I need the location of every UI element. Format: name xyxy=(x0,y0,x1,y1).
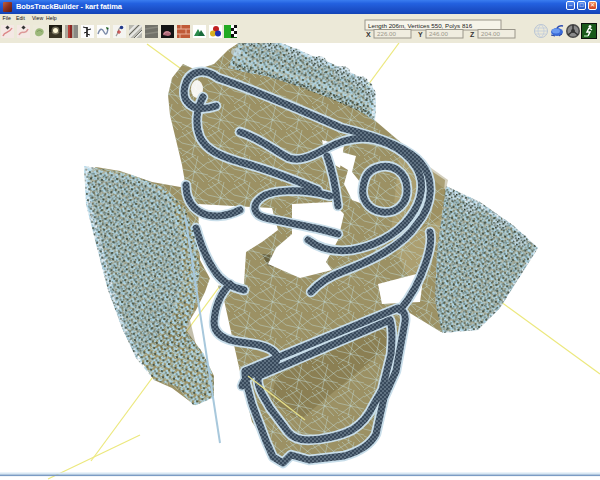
svg-text:Help: Help xyxy=(46,15,57,21)
svg-text:View: View xyxy=(32,15,43,21)
svg-text:Edit: Edit xyxy=(16,15,25,21)
svg-text:File: File xyxy=(3,15,11,21)
svg-text:Z: Z xyxy=(470,31,475,38)
svg-text:204.00: 204.00 xyxy=(481,30,500,37)
svg-text:Y: Y xyxy=(418,31,423,38)
svg-text:X: X xyxy=(366,31,371,38)
svg-text:Length 206m, Vertices 550, Pol: Length 206m, Vertices 550, Polys 816 xyxy=(368,22,473,29)
svg-text:226.00: 226.00 xyxy=(377,30,396,37)
svg-text:246.00: 246.00 xyxy=(429,30,448,37)
